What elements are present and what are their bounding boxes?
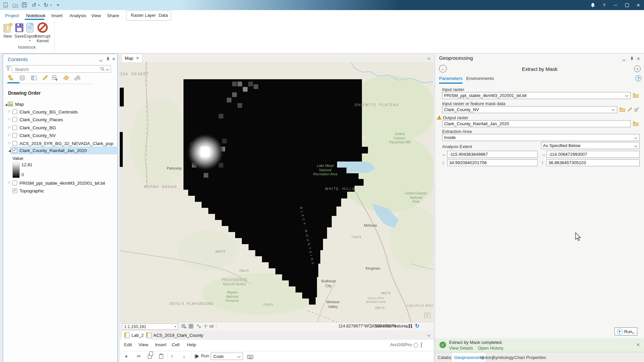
extent-south-field[interactable] bbox=[447, 159, 538, 166]
selection-arrows-icon[interactable] bbox=[196, 324, 202, 329]
draw-pencil-icon[interactable] bbox=[628, 107, 633, 111]
browse-folder-icon[interactable] bbox=[620, 107, 625, 112]
move-cell-up-icon[interactable]: ↑ bbox=[171, 353, 173, 359]
menu-view[interactable]: View bbox=[139, 342, 148, 347]
layer-row[interactable]: ▷ PRISM_ppt_stable_4kmM3_202001_bil.bil bbox=[3, 180, 117, 187]
tab-project[interactable]: Project bbox=[5, 11, 19, 19]
browse-folder-icon[interactable] bbox=[633, 93, 639, 98]
list-by-editing-icon[interactable] bbox=[41, 75, 49, 81]
list-by-selection-icon[interactable] bbox=[30, 75, 38, 81]
notifications-bell-icon[interactable] bbox=[587, 0, 598, 10]
mask-field[interactable] bbox=[442, 106, 617, 113]
interactive-input-icon[interactable] bbox=[634, 107, 640, 111]
pin-icon[interactable] bbox=[630, 56, 634, 62]
map-canvas[interactable]: Pahrump bbox=[120, 62, 433, 322]
pin-icon[interactable] bbox=[106, 57, 110, 62]
menu-cell[interactable]: Cell bbox=[172, 342, 179, 347]
tab-strip-chevron-icon[interactable] bbox=[427, 333, 431, 337]
search-dropdown-icon[interactable] bbox=[106, 67, 109, 71]
analysis-extent-dropdown-icon[interactable] bbox=[634, 144, 638, 147]
selected-features-icon[interactable] bbox=[368, 324, 373, 330]
map-node-row[interactable]: Map bbox=[3, 101, 117, 108]
collapsed-icon[interactable]: ▷ bbox=[8, 117, 11, 121]
cut-cell-icon[interactable]: ✂ bbox=[137, 353, 141, 359]
layer-row[interactable]: ▷ Clark_County_NV bbox=[3, 132, 117, 139]
list-by-perspective-icon[interactable] bbox=[73, 75, 81, 81]
extent-east-field[interactable] bbox=[546, 151, 640, 158]
search-input[interactable] bbox=[14, 66, 96, 73]
export-dropdown-icon[interactable]: ▾ bbox=[24, 39, 36, 42]
copy-cell-icon[interactable] bbox=[148, 354, 152, 359]
view-details-link[interactable]: View Details bbox=[449, 346, 473, 351]
input-raster-field[interactable] bbox=[442, 92, 631, 99]
layer-row[interactable]: ▷ Clark_County_BG_Centroids bbox=[3, 108, 117, 116]
run-button[interactable]: Run bbox=[614, 327, 637, 335]
tab-insert[interactable]: Insert bbox=[51, 11, 63, 19]
tab-parameters[interactable]: Parameters bbox=[439, 76, 463, 81]
map-overflow-icon[interactable] bbox=[424, 313, 430, 319]
paste-cell-icon[interactable] bbox=[159, 354, 163, 360]
save-notebook-button[interactable]: Save bbox=[13, 21, 25, 39]
cell-type-combo[interactable]: Code bbox=[211, 353, 243, 360]
list-by-data-source-icon[interactable] bbox=[18, 75, 26, 81]
dismiss-message-icon[interactable]: ✕ bbox=[636, 342, 640, 347]
browse-folder-icon[interactable] bbox=[633, 121, 639, 126]
layer-checkbox[interactable] bbox=[12, 188, 17, 193]
minimize-button[interactable] bbox=[610, 0, 621, 10]
extraction-area-dropdown-icon[interactable] bbox=[634, 136, 638, 139]
extraction-area-combo[interactable]: Inside bbox=[442, 134, 640, 141]
collapsed-icon[interactable]: ▷ bbox=[8, 125, 11, 129]
selected-features-count[interactable]: Selected Features: 1 bbox=[374, 324, 413, 328]
tab-map-view[interactable]: Map ✕ bbox=[121, 54, 143, 62]
filter-icon[interactable] bbox=[6, 65, 11, 72]
add-to-project-icon[interactable]: + bbox=[634, 65, 641, 72]
menu-help[interactable]: Help bbox=[187, 342, 196, 347]
layer-row[interactable]: Topographic bbox=[3, 187, 117, 195]
collapsed-icon[interactable]: ▷ bbox=[8, 133, 11, 136]
scale-combo[interactable]: 1:1,150,161 ▾ bbox=[122, 323, 178, 330]
expanded-icon[interactable] bbox=[5, 103, 7, 106]
tool-help-icon[interactable]: ? bbox=[635, 75, 641, 81]
interrupt-kernel-button[interactable]: Interrupt Kernel bbox=[34, 21, 51, 44]
maximize-button[interactable] bbox=[621, 0, 633, 10]
layer-checkbox[interactable] bbox=[12, 141, 17, 146]
redo-dropdown-icon[interactable]: ▾ bbox=[50, 4, 52, 7]
expanded-icon[interactable] bbox=[8, 149, 11, 152]
layer-row[interactable]: ▷ ACS_2019_5YR_BG_32_NEVADA_Clark_pop bbox=[3, 140, 117, 147]
output-raster-field[interactable] bbox=[442, 120, 631, 127]
export-notebook-button[interactable]: Export ▾ bbox=[24, 21, 36, 42]
layer-checkbox[interactable] bbox=[12, 125, 17, 130]
tab-raster-layer[interactable]: Raster Layer bbox=[131, 13, 156, 18]
analysis-extent-combo[interactable]: As Specified Below bbox=[541, 142, 640, 149]
layer-checkbox[interactable] bbox=[12, 109, 17, 114]
layer-checkbox[interactable] bbox=[12, 181, 17, 185]
run-cell-label[interactable]: Run bbox=[201, 353, 209, 358]
customize-quick-access-icon[interactable]: ▾ bbox=[55, 2, 61, 8]
new-project-icon[interactable] bbox=[3, 2, 9, 8]
list-by-labeling-icon[interactable] bbox=[62, 75, 70, 81]
add-cell-icon[interactable]: + bbox=[125, 353, 128, 359]
tab-chart-properties[interactable]: Chart Properties bbox=[512, 352, 549, 362]
layer-checkbox[interactable] bbox=[12, 117, 17, 122]
layer-row[interactable]: ▷ Clark_County_BG bbox=[3, 124, 117, 132]
tab-environments[interactable]: Environments bbox=[466, 76, 494, 81]
layer-row[interactable]: ▷ Clark_County_Places bbox=[3, 116, 117, 124]
close-map-tab-icon[interactable]: ✕ bbox=[136, 56, 139, 60]
layer-checkbox[interactable] bbox=[12, 148, 17, 153]
tab-strip-chevron-icon[interactable] bbox=[427, 56, 431, 60]
close-button[interactable]: ✕ bbox=[633, 0, 644, 10]
menu-insert[interactable]: Insert bbox=[155, 342, 166, 347]
tab-share[interactable]: Share bbox=[107, 11, 119, 19]
tab-notebook-acs[interactable]: ACS_2019_Clark_County bbox=[143, 330, 206, 340]
layer-checkbox[interactable] bbox=[12, 133, 17, 138]
close-pane-icon[interactable]: ✕ bbox=[637, 56, 640, 61]
close-pane-icon[interactable]: ✕ bbox=[112, 57, 115, 61]
collapsed-icon[interactable]: ▷ bbox=[8, 109, 11, 113]
list-by-drawing-order-icon[interactable] bbox=[7, 75, 15, 81]
keyboard-icon[interactable] bbox=[247, 354, 253, 360]
extent-north-field[interactable] bbox=[546, 159, 640, 166]
add-bookmark-icon[interactable] bbox=[181, 324, 186, 330]
crosshair-icon[interactable] bbox=[204, 324, 208, 329]
save-project-icon[interactable] bbox=[21, 2, 28, 8]
refresh-icon[interactable]: ↻ bbox=[415, 323, 419, 329]
